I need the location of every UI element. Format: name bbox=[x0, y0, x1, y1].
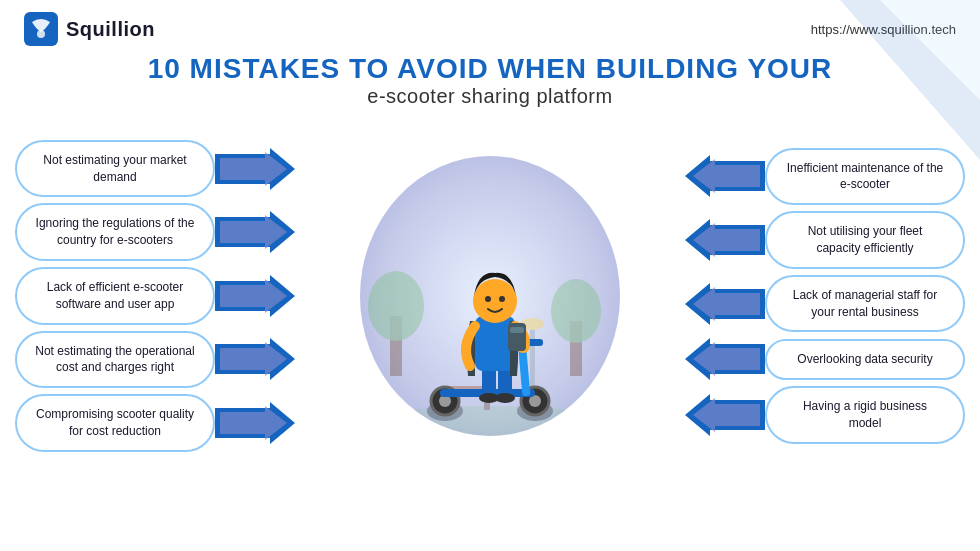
scooter-person-svg bbox=[410, 201, 570, 421]
content-area: Not estimating your market demand Ignori… bbox=[0, 116, 980, 476]
right-arrow-1 bbox=[685, 155, 765, 197]
logo-icon bbox=[24, 12, 58, 46]
svg-point-37 bbox=[473, 279, 517, 323]
left-row-3: Lack of efficient e-scooter software and… bbox=[10, 267, 295, 325]
right-row-4: Overlooking data security bbox=[685, 338, 970, 380]
center-oval bbox=[360, 156, 620, 436]
left-row-1: Not estimating your market demand bbox=[10, 140, 295, 198]
right-item-1: Inefficient maintenance of the e-scooter bbox=[765, 148, 965, 206]
svg-rect-41 bbox=[510, 327, 524, 333]
left-arrow-4 bbox=[215, 338, 295, 380]
right-arrow-2 bbox=[685, 219, 765, 261]
left-arrow-2 bbox=[215, 211, 295, 253]
right-arrow-3 bbox=[685, 283, 765, 325]
left-item-3: Lack of efficient e-scooter software and… bbox=[15, 267, 215, 325]
left-row-2: Ignoring the regulations of the country … bbox=[10, 203, 295, 261]
svg-point-39 bbox=[499, 296, 505, 302]
left-item-2: Ignoring the regulations of the country … bbox=[15, 203, 215, 261]
left-arrow-5 bbox=[215, 402, 295, 444]
right-row-2: Not utilising your fleet capacity effici… bbox=[685, 211, 970, 269]
center-image-area bbox=[295, 116, 685, 476]
right-item-3: Lack of managerial staff for your rental… bbox=[765, 275, 965, 333]
left-row-4: Not estimating the operational cost and … bbox=[10, 331, 295, 389]
right-row-3: Lack of managerial staff for your rental… bbox=[685, 275, 970, 333]
left-row-5: Compromising scooter quality for cost re… bbox=[10, 394, 295, 452]
left-arrow-1 bbox=[215, 148, 295, 190]
right-item-2: Not utilising your fleet capacity effici… bbox=[765, 211, 965, 269]
right-row-1: Inefficient maintenance of the e-scooter bbox=[685, 148, 970, 206]
left-item-1: Not estimating your market demand bbox=[15, 140, 215, 198]
right-arrow-4 bbox=[685, 338, 765, 380]
logo-text: Squillion bbox=[66, 18, 155, 41]
right-column: Inefficient maintenance of the e-scooter… bbox=[685, 148, 970, 444]
left-item-5: Compromising scooter quality for cost re… bbox=[15, 394, 215, 452]
right-row-5: Having a rigid business model bbox=[685, 386, 970, 444]
right-arrow-5 bbox=[685, 394, 765, 436]
logo-area: Squillion bbox=[24, 12, 155, 46]
svg-point-1 bbox=[37, 30, 45, 38]
right-item-5: Having a rigid business model bbox=[765, 386, 965, 444]
svg-point-38 bbox=[485, 296, 491, 302]
right-item-4: Overlooking data security bbox=[765, 339, 965, 380]
svg-point-34 bbox=[495, 393, 515, 403]
left-column: Not estimating your market demand Ignori… bbox=[10, 140, 295, 452]
left-arrow-3 bbox=[215, 275, 295, 317]
left-item-4: Not estimating the operational cost and … bbox=[15, 331, 215, 389]
